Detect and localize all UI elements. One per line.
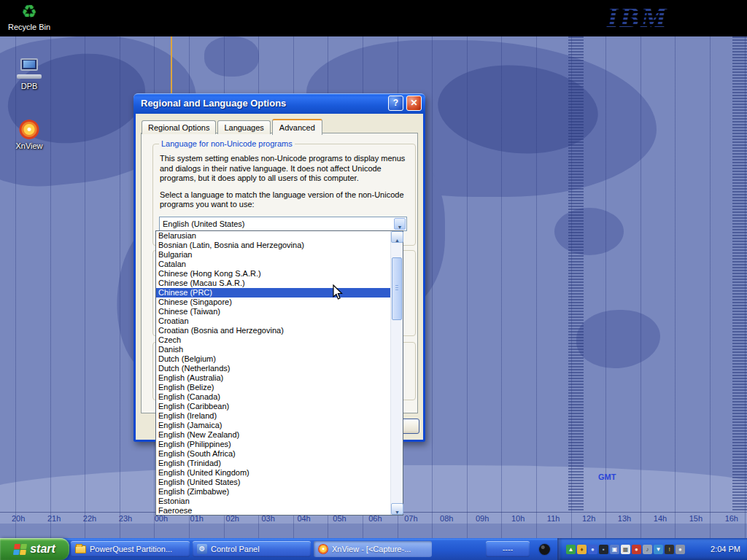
quicklaunch-dark-icon-button[interactable] [533,541,556,557]
language-combobox[interactable]: English (United States) ▼ [159,217,407,231]
tray-icon-8[interactable]: ♪ [643,545,652,554]
hour-label: 20h [12,514,25,523]
group-paragraph-1: This system setting enables non-Unicode … [160,154,408,184]
hour-label: 11h [547,514,560,523]
dropdown-item[interactable]: English (Belize) [156,383,390,392]
dropdown-item[interactable]: Bulgarian [156,250,390,260]
dropdown-item[interactable]: English (Caribbean) [156,402,390,411]
chevron-down-icon: ▼ [398,225,403,230]
group-paragraph-2: Select a language to match the language … [160,190,408,210]
laptop-icon [16,58,42,80]
desktop-icon-label: Recycle Bin [6,23,53,31]
xnview-icon [19,120,39,140]
current-time-marker-line [171,36,172,93]
arrow-down-icon: ▼ [395,510,400,515]
dropdown-item[interactable]: Danish [156,345,390,354]
tray-icon-7[interactable]: ● [632,545,641,554]
groupbox-title: Language for non-Unicode programs [159,139,295,148]
dropdown-item[interactable]: English (Philippines) [156,440,390,449]
hour-label: 21h [47,514,61,523]
taskbar-button-powerquest[interactable]: PowerQuest Partition... [71,541,190,557]
dropdown-item[interactable]: Chinese (PRC) [156,288,390,298]
tray-icons: ▲♦●▪▣▦●♪▼!● [566,545,685,554]
dropdown-item[interactable]: Faeroese [156,506,390,515]
dropdown-item[interactable]: English (New Zealand) [156,430,390,440]
dropdown-item[interactable]: English (Canada) [156,392,390,402]
dropdown-item[interactable]: Chinese (Taiwan) [156,307,390,316]
desktop-icon-xnview[interactable]: XnView [6,120,53,150]
gmt-label: GMT [598,472,616,481]
dropdown-item[interactable]: English (Jamaica) [156,421,390,430]
arrow-up-icon: ▲ [395,238,400,243]
taskbar-toolbar-dashes[interactable]: ---- [486,541,530,557]
dropdown-item[interactable]: English (Trinidad) [156,459,390,468]
dropdown-item[interactable]: Croatian (Bosnia and Herzegovina) [156,326,390,335]
dropdown-item[interactable]: Croatian [156,316,390,326]
tab-regional-options[interactable]: Regional Options [142,120,216,134]
hour-label: 14h [654,514,667,523]
dropdown-item[interactable]: English (Ireland) [156,411,390,421]
desktop: ♻ Recycle Bin IBM GMT 20h21h22h23h00h01h… [0,0,747,560]
tray-icon-11[interactable]: ● [676,545,685,554]
tray-icon-9[interactable]: ▼ [654,545,663,554]
tray-icon-1[interactable]: ▲ [566,545,576,554]
dropdown-item[interactable]: Chinese (Macau S.A.R.) [156,279,390,288]
taskbar: start PowerQuest Partition... ⚙ Control … [0,538,747,560]
desktop-icon-recycle-bin[interactable]: ♻ Recycle Bin [6,2,53,31]
taskbar-clock[interactable]: 2:04 PM [711,545,740,553]
ibm-logo-stripes [604,0,683,35]
dark-app-icon [539,544,550,555]
desktop-icon-dpb[interactable]: DPB [6,58,53,90]
taskbar-button-control-panel[interactable]: ⚙ Control Panel [193,541,311,557]
toolbar-label: ---- [503,545,514,553]
folder-icon [75,545,86,553]
hour-label: 13h [618,514,631,523]
taskbar-button-label: PowerQuest Partition... [90,545,185,553]
dropdown-item[interactable]: Belarusian [156,231,390,241]
recycle-bin-icon: ♻ [6,2,53,21]
scroll-thumb[interactable] [392,257,402,320]
tab-advanced[interactable]: Advanced [272,119,322,135]
dropdown-scrollbar[interactable]: ▲ ▼ [390,231,403,515]
dropdown-item[interactable]: English (Zimbabwe) [156,487,390,497]
dropdown-item[interactable]: Bosnian (Latin, Bosnia and Herzegovina) [156,241,390,250]
scroll-up-button[interactable]: ▲ [391,231,403,243]
dropdown-item[interactable]: Estonian [156,497,390,506]
taskbar-button-xnview[interactable]: XnView - [<Capture-... [314,541,432,557]
scroll-down-button[interactable]: ▼ [391,503,403,515]
combobox-dropdown-button[interactable]: ▼ [394,218,406,230]
dropdown-item[interactable]: Chinese (Hong Kong S.A.R.) [156,269,390,279]
tab-languages[interactable]: Languages [217,120,270,134]
taskbar-button-label: Control Panel [211,545,306,553]
timezone-hatch-band [568,36,584,512]
desktop-icon-label: XnView [6,141,53,150]
dropdown-item[interactable]: English (United Kingdom) [156,468,390,478]
dropdown-item[interactable]: English (United States) [156,478,390,487]
xnview-icon [318,544,328,554]
dropdown-item[interactable]: Czech [156,335,390,345]
hour-label: 07h [404,514,417,523]
dropdown-item[interactable]: Catalan [156,260,390,269]
dropdown-item[interactable]: Dutch (Belgium) [156,354,390,364]
tray-icon-6[interactable]: ▦ [621,545,630,554]
hour-label: 08h [440,514,453,523]
tray-icon-5[interactable]: ▣ [610,545,619,554]
tray-icon-4[interactable]: ▪ [599,545,608,554]
dialog-titlebar[interactable]: Regional and Language Options ? ✕ [133,93,425,114]
tab-strip: Regional Options Languages Advanced [142,119,324,134]
dropdown-item[interactable]: Dutch (Netherlands) [156,364,390,373]
dropdown-item[interactable]: English (Australia) [156,373,390,383]
hour-label: 23h [119,514,132,523]
tray-icon-10[interactable]: ! [665,545,674,554]
taskbar-button-label: XnView - [<Capture-... [332,545,427,553]
dropdown-item[interactable]: English (South Africa) [156,449,390,459]
start-button[interactable]: start [0,538,69,560]
dropdown-item[interactable]: Chinese (Singapore) [156,298,390,307]
close-button[interactable]: ✕ [406,96,422,111]
system-tray: ▲♦●▪▣▦●♪▼!● 2:04 PM [557,538,747,560]
control-panel-icon: ⚙ [197,544,207,554]
tray-icon-2[interactable]: ♦ [577,545,587,554]
help-button[interactable]: ? [388,96,403,111]
hour-label: 10h [511,514,525,523]
tray-icon-3[interactable]: ● [588,545,597,554]
